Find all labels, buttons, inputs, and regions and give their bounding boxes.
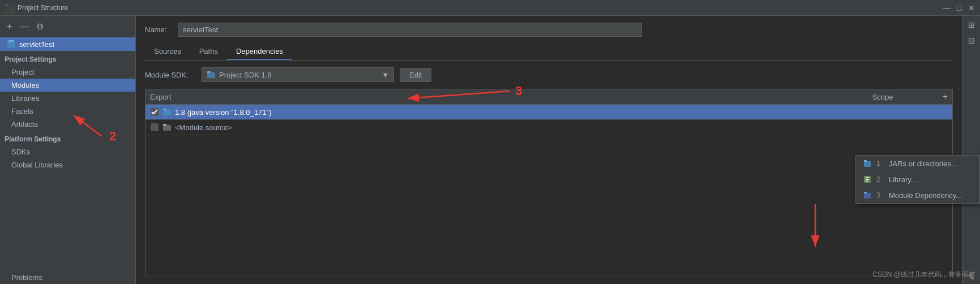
nav-item-modules[interactable]: Modules [0,79,135,92]
row-jdk-icon [162,107,172,117]
module-item-servlettest[interactable]: servletTest [0,37,135,51]
library-icon [863,175,872,184]
module-name: servletTest [19,40,54,49]
problems-section: Problems [0,271,135,284]
sidebar: + — ⧉ servletTest Project Settings Proje… [0,16,136,284]
row-checkbox [150,107,159,117]
main-layout: + — ⧉ servletTest Project Settings Proje… [0,16,980,284]
svg-rect-8 [163,125,171,131]
nav-item-facets[interactable]: Facets [0,105,135,118]
name-row: Name: [145,23,953,37]
platform-settings-heading: Platform Settings [0,131,135,145]
copy-button[interactable]: ⧉ [35,20,45,33]
edit-button[interactable]: Edit [400,68,431,82]
panel-btn-1[interactable]: ⊞ [966,18,977,32]
svg-rect-17 [864,192,867,193]
svg-rect-10 [864,161,871,167]
close-button[interactable]: ✕ [968,4,975,12]
dropdown-item-module-dep[interactable]: 3 Module Dependency... [856,187,979,203]
row-module-icon [162,123,172,132]
tab-paths[interactable]: Paths [190,44,227,60]
title-bar-controls: — □ ✕ [943,4,975,12]
minimize-button[interactable]: — [943,4,951,12]
module-icon [7,40,16,49]
table-add-button[interactable]: + [943,92,948,102]
name-label: Name: [145,25,173,34]
table-row[interactable]: 1.8 (java version "1.8.0_171") [145,105,952,120]
dropdown-item-label-3: Module Dependency... [889,191,962,200]
tab-dependencies[interactable]: Dependencies [227,44,292,60]
sidebar-toolbar: + — ⧉ [0,18,135,35]
dropdown-item-label-2: Library... [889,175,917,184]
sdk-label: Module SDK: [145,71,196,79]
nav-item-project[interactable]: Project [0,66,135,79]
watermark: CSDN @练过几年代码，有备而来 [872,270,975,279]
project-settings-heading: Project Settings [0,51,135,66]
dropdown-item-num-1: 1 [876,160,884,167]
far-right-panel: ⊞ ⊟ ✎ [962,16,980,284]
col-scope: Scope [872,93,940,101]
table-row[interactable]: <Module source> [145,120,952,135]
nav-item-global-libraries[interactable]: Global Libraries [0,158,135,171]
svg-rect-11 [864,160,867,162]
col-export: Export [150,93,872,101]
remove-button[interactable]: — [18,20,31,33]
nav-item-problems[interactable]: Problems [0,271,135,284]
tabs-row: Sources Paths Dependencies [145,44,953,61]
row-checkbox [150,123,159,132]
sdk-select[interactable]: Project SDK 1.8 ▼ [202,67,394,82]
module-dep-icon [863,191,872,200]
maximize-button[interactable]: □ [955,4,963,12]
svg-rect-6 [163,109,166,110]
jars-icon [863,159,872,168]
add-button[interactable]: + [5,20,14,33]
svg-rect-16 [864,193,871,199]
table-body: 1.8 (java version "1.8.0_171") <Module s… [145,105,952,277]
row-label: <Module source> [175,123,880,132]
nav-item-libraries[interactable]: Libraries [0,92,135,105]
dropdown-item-library[interactable]: 2 Library... [856,171,979,187]
dropdown-item-num-2: 2 [876,175,884,183]
svg-rect-5 [163,110,171,115]
dependencies-table: Export Scope + 1.8 (java version "1.8.0_… [145,89,953,277]
table-header: Export Scope + [145,89,952,105]
title-bar: ⬛ Project Structure — □ ✕ [0,0,980,16]
sdk-folder-icon [207,70,216,79]
dropdown-popup: 1 JARs or directories... 2 Library... 3 … [855,155,980,204]
content-area: Name: Sources Paths Dependencies Module … [136,16,962,284]
sdk-row: Module SDK: Project SDK 1.8 ▼ Edit [145,67,953,82]
dropdown-item-num-3: 3 [876,191,884,199]
sdk-dropdown-icon: ▼ [382,71,389,79]
svg-rect-9 [163,124,166,126]
svg-rect-2 [207,72,215,78]
panel-btn-2[interactable]: ⊟ [966,34,977,48]
svg-rect-3 [207,71,211,73]
nav-item-artifacts[interactable]: Artifacts [0,118,135,131]
name-input[interactable] [178,23,642,37]
svg-rect-1 [8,40,14,42]
svg-rect-7 [151,123,159,131]
app-icon: ⬛ [5,3,14,12]
dropdown-item-jars[interactable]: 1 JARs or directories... [856,156,979,171]
sdk-value: Project SDK 1.8 [219,71,272,79]
row-label: 1.8 (java version "1.8.0_171") [175,108,880,117]
tab-sources[interactable]: Sources [145,44,190,60]
title-bar-text: Project Structure [18,4,68,12]
svg-rect-0 [7,41,15,48]
nav-item-sdks[interactable]: SDKs [0,145,135,158]
dropdown-item-label-1: JARs or directories... [889,160,957,168]
